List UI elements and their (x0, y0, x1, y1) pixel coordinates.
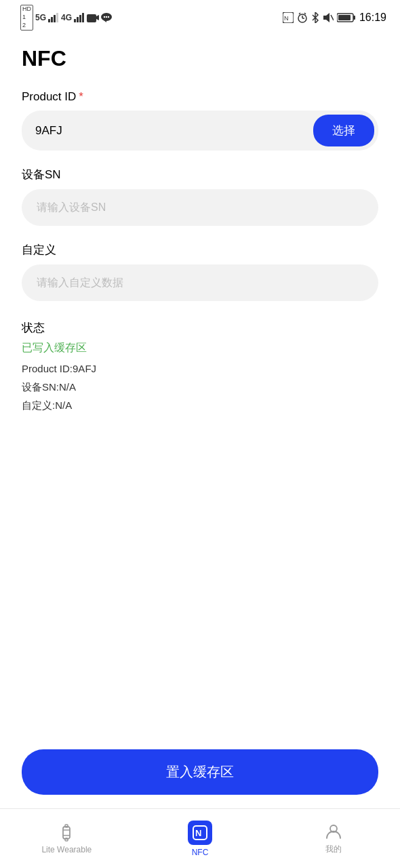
product-id-label: Product ID * (22, 90, 378, 104)
status-title: 状态 (22, 320, 378, 336)
device-sn-input[interactable] (22, 189, 378, 226)
signal-icon (48, 13, 59, 22)
svg-point-14 (108, 16, 109, 18)
main-action-button[interactable]: 置入缓存区 (22, 749, 378, 795)
status-bar-left: HD12 5G 4G (20, 5, 112, 30)
custom-input[interactable] (22, 264, 378, 301)
message-icon (101, 13, 112, 22)
svg-rect-27 (63, 827, 70, 839)
svg-rect-25 (353, 16, 355, 20)
product-id-row: 9AFJ 选择 (22, 111, 378, 151)
network-5g: 5G (35, 13, 46, 22)
mute-icon (323, 12, 334, 23)
svg-text:N: N (284, 15, 289, 22)
nfc-status-icon: N (283, 12, 294, 23)
required-star: * (79, 90, 83, 104)
alarm-icon (297, 12, 308, 23)
battery-icon (337, 13, 356, 22)
svg-rect-1 (51, 17, 53, 22)
status-product-id: Product ID:9AFJ (22, 359, 378, 378)
main-content: NFC Product ID * 9AFJ 选择 设备SN 自定义 状态 已写入… (0, 35, 400, 738)
svg-line-21 (304, 13, 306, 14)
svg-line-20 (299, 13, 300, 14)
svg-marker-9 (96, 15, 99, 20)
status-success-text: 已写入缓存区 (22, 341, 378, 355)
hd-badge: HD12 (20, 5, 33, 30)
svg-rect-31 (65, 838, 68, 841)
camera-icon (87, 13, 99, 22)
nav-label-mine: 我的 (325, 844, 342, 855)
nfc-nav-icon-bg: N (188, 821, 212, 845)
svg-rect-4 (74, 19, 76, 22)
bluetooth-icon (311, 12, 319, 23)
nav-item-mine[interactable]: 我的 (266, 816, 400, 861)
nav-label-nfc: NFC (192, 848, 209, 857)
svg-rect-3 (56, 13, 58, 22)
status-bar: HD12 5G 4G (0, 0, 400, 35)
svg-rect-8 (87, 14, 96, 22)
bottom-btn-area: 置入缓存区 (0, 738, 400, 808)
status-section: 状态 已写入缓存区 Product ID:9AFJ 设备SN:N/A 自定义:N… (22, 320, 378, 414)
mine-icon (324, 822, 343, 841)
product-id-value: 9AFJ (35, 124, 313, 138)
bottom-nav: Lite Wearable N NFC 我的 (0, 808, 400, 868)
svg-rect-30 (65, 825, 68, 827)
svg-rect-6 (79, 15, 81, 22)
status-custom: 自定义:N/A (22, 396, 378, 414)
device-sn-label: 设备SN (22, 167, 378, 182)
lite-wearable-icon (57, 823, 76, 842)
svg-rect-7 (82, 13, 84, 22)
svg-point-12 (104, 16, 105, 18)
svg-rect-5 (77, 17, 79, 22)
status-time: 16:19 (359, 12, 386, 24)
signal-icon2 (74, 13, 85, 22)
svg-rect-0 (48, 19, 50, 22)
custom-label: 自定义 (22, 242, 378, 258)
page-title: NFC (22, 46, 378, 71)
svg-rect-26 (338, 15, 351, 20)
svg-text:N: N (195, 828, 201, 838)
svg-line-23 (331, 15, 334, 20)
select-button[interactable]: 选择 (313, 115, 374, 146)
nav-label-lite-wearable: Lite Wearable (41, 845, 92, 854)
svg-point-13 (106, 16, 107, 18)
status-device-sn: 设备SN:N/A (22, 378, 378, 396)
network-4g: 4G (61, 13, 72, 22)
svg-marker-11 (104, 20, 106, 22)
svg-rect-2 (54, 15, 56, 22)
nav-item-nfc[interactable]: N NFC (134, 815, 267, 863)
status-bar-right: N 16:19 (283, 12, 386, 24)
svg-marker-22 (323, 13, 329, 22)
nav-item-lite-wearable[interactable]: Lite Wearable (0, 818, 134, 860)
